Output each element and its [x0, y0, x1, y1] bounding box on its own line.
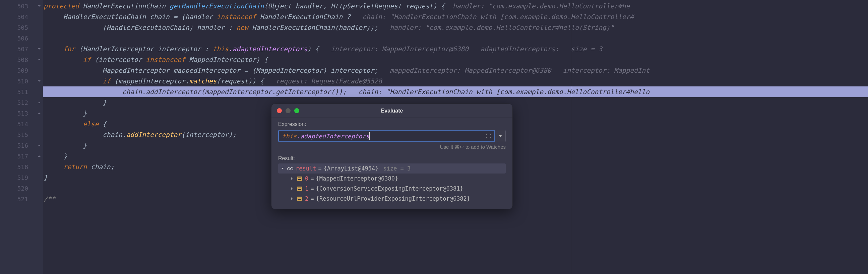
line-number: 509 [0, 65, 43, 76]
line-number: 504 [0, 11, 43, 22]
line-number: 515 [0, 129, 43, 140]
line-number: 505 [0, 22, 43, 33]
right-margin-ruler [572, 0, 572, 274]
line-number: 511 [0, 87, 43, 97]
line-number: 518 [0, 162, 43, 172]
expression-label: Expression: [278, 121, 506, 127]
chevron-down-icon[interactable] [280, 167, 285, 170]
line-number: 520 [0, 183, 43, 194]
code-line[interactable]: if (interceptor instanceof MappedInterce… [43, 54, 868, 65]
line-number: 521 [0, 194, 43, 204]
line-number: 507 [0, 43, 43, 54]
fold-icon[interactable] [37, 4, 41, 8]
expand-icon[interactable] [486, 133, 491, 140]
window-close-button[interactable] [277, 108, 282, 113]
line-number: 519 [0, 172, 43, 183]
history-dropdown-button[interactable] [495, 130, 506, 142]
watch-icon [287, 167, 293, 171]
line-gutter: 503 504 505 506 507 508 509 510 511 512 … [0, 0, 43, 274]
line-number: 503 [0, 1, 43, 11]
shortcut-hint: Use ⇧⌘↩ to add to Watches [278, 144, 506, 150]
line-number: 510 [0, 76, 43, 87]
window-maximize-button[interactable] [294, 108, 299, 113]
evaluate-dialog: Evaluate Expression: this.adaptedInterce… [271, 103, 513, 209]
tree-node-root[interactable]: result = {ArrayList@4954} size = 3 [278, 164, 506, 173]
fold-icon[interactable] [37, 100, 41, 105]
tree-node-item[interactable]: 0 = {MappedInterceptor@6380} [278, 173, 506, 183]
line-number: 513 [0, 108, 43, 118]
tree-node-item[interactable]: 2 = {ResourceUrlProviderExposingIntercep… [278, 194, 506, 204]
chevron-right-icon[interactable] [289, 197, 294, 200]
line-number: 508 [0, 54, 43, 65]
code-line[interactable]: (HandlerExecutionChain) handler : new Ha… [43, 22, 868, 33]
fold-icon[interactable] [37, 57, 41, 62]
line-number: 514 [0, 118, 43, 129]
code-line[interactable]: MappedInterceptor mappedInterceptor = (M… [43, 65, 868, 76]
result-label: Result: [278, 156, 506, 162]
code-line-current[interactable]: chain.addInterceptor(mappedInterceptor.g… [43, 87, 868, 97]
fold-icon[interactable] [37, 79, 41, 83]
fold-icon[interactable] [37, 154, 41, 159]
text-caret [369, 132, 370, 140]
index-icon [296, 197, 303, 201]
line-number: 516 [0, 140, 43, 151]
dialog-title: Evaluate [272, 108, 513, 114]
index-icon [296, 176, 303, 181]
line-number: 517 [0, 151, 43, 162]
expression-input[interactable]: this.adaptedInterceptors [278, 130, 495, 142]
code-line[interactable]: for (HandlerInterceptor interceptor : th… [43, 43, 868, 54]
svg-point-0 [287, 168, 290, 170]
line-number: 512 [0, 97, 43, 108]
chevron-right-icon[interactable] [289, 177, 294, 180]
code-line[interactable]: protected HandlerExecutionChain getHandl… [43, 1, 868, 11]
chevron-right-icon[interactable] [289, 187, 294, 190]
svg-point-1 [290, 168, 293, 170]
code-line[interactable]: if (mappedInterceptor.matches(request)) … [43, 76, 868, 87]
code-line[interactable] [43, 33, 868, 43]
fold-icon[interactable] [37, 143, 41, 148]
fold-icon[interactable] [37, 111, 41, 115]
line-number: 506 [0, 33, 43, 43]
window-minimize-button [285, 108, 290, 113]
code-line[interactable]: HandlerExecutionChain chain = (handler i… [43, 11, 868, 22]
result-tree[interactable]: result = {ArrayList@4954} size = 3 0 = {… [278, 164, 506, 204]
fold-icon[interactable] [37, 46, 41, 51]
tree-node-item[interactable]: 1 = {ConversionServiceExposingIntercepto… [278, 183, 506, 194]
index-icon [296, 186, 303, 191]
dialog-titlebar[interactable]: Evaluate [272, 104, 513, 118]
